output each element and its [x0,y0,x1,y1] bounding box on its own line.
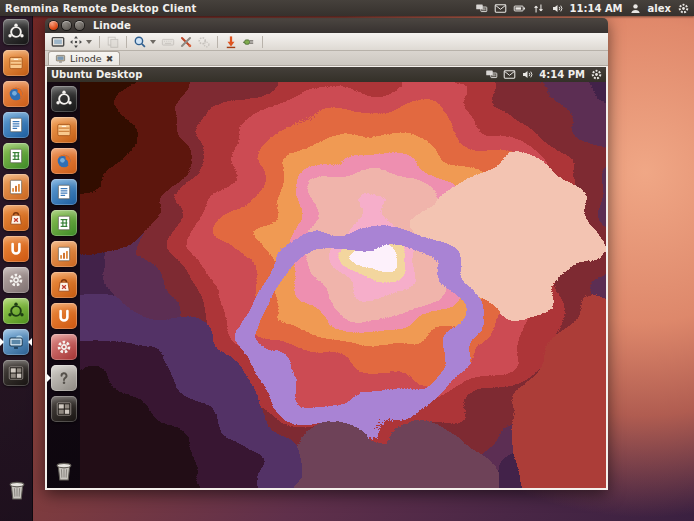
launcher-item-libreoffice-impress[interactable] [3,174,29,200]
remote-wallpaper[interactable] [47,82,606,488]
window-title: Linode [93,20,131,31]
remote-tray-icons [485,68,534,81]
tab-linode[interactable]: Linode ✖ [48,51,120,65]
launcher-item-home-folder[interactable] [51,117,77,143]
mail-icon[interactable] [494,2,507,15]
home-folder-icon [55,121,73,139]
launcher-item-help[interactable] [51,365,77,391]
tab-bar: Linode ✖ [45,51,608,66]
window-maximize-button[interactable] [75,21,84,30]
remote-session-viewport[interactable]: Ubuntu Desktop 4:14 PM [45,66,608,490]
remote-clock[interactable]: 4:14 PM [539,69,585,80]
launcher-item-libreoffice-writer[interactable] [51,179,77,205]
ubuntu-software-center-icon [7,209,25,227]
remote-panel-title: Ubuntu Desktop [51,69,142,80]
launcher-item-dash-home[interactable] [3,19,29,45]
launcher-item-trash[interactable] [4,477,30,503]
running-app-arrow-icon [47,374,51,382]
volume-icon[interactable] [551,2,564,15]
toolbar-screenshot-button[interactable] [222,34,240,50]
system-settings-icon [7,271,25,289]
launcher-item-system-settings[interactable] [51,334,77,360]
firefox-icon [7,85,25,103]
toolbar-fit-window-button[interactable] [67,34,85,50]
remmina-toolbar [45,33,608,51]
launcher-item-workspace-switcher[interactable] [51,396,77,422]
libreoffice-writer-icon [55,183,73,201]
remote-unity-launcher [47,82,80,488]
launcher-item-remmina[interactable] [3,329,29,355]
tab-label: Linode [70,53,102,64]
home-folder-icon [7,54,25,72]
firefox-icon [55,152,73,170]
network-icon[interactable] [475,2,488,15]
toolbar-tools-button[interactable] [195,34,213,50]
volume-icon[interactable] [521,68,534,81]
workspace-switcher-icon [55,400,73,418]
launcher-item-ubuntu-one[interactable] [51,303,77,329]
libreoffice-impress-icon [55,245,73,263]
ubuntu-software-center-icon [55,276,73,294]
remmina-icon [7,333,25,351]
user-icon[interactable] [629,2,642,15]
fit-window-dropdown-caret-icon[interactable] [86,40,92,44]
launcher-item-libreoffice-calc[interactable] [3,143,29,169]
launcher-item-ubuntu-software-center[interactable] [51,272,77,298]
sync-icon[interactable] [532,2,545,15]
launcher-item-firefox[interactable] [51,148,77,174]
window-close-button[interactable] [49,21,58,30]
network-icon[interactable] [485,68,498,81]
toolbar-keyboard-grab-button[interactable] [159,34,177,50]
host-app-title: Remmina Remote Desktop Client [5,3,197,14]
toolbar-scaled-mode-button[interactable] [104,34,122,50]
toolbar-separator [262,36,263,48]
help-icon [55,369,73,387]
remmina-window: Linode Linode ✖ Ubuntu Desktop 4:14 PM [45,18,608,490]
toolbar-separator [99,36,100,48]
launcher-item-libreoffice-calc[interactable] [51,210,77,236]
battery-icon[interactable] [513,2,526,15]
dash-home-icon [55,90,73,108]
launcher-item-libreoffice-writer[interactable] [3,112,29,138]
ubuntu-one-icon [55,307,73,325]
launcher-item-workspace-switcher[interactable] [3,360,29,386]
host-clock[interactable]: 11:14 AM [570,3,623,14]
running-app-arrow-icon [0,338,4,346]
launcher-item-trash[interactable] [51,458,77,484]
launcher-item-firefox[interactable] [3,81,29,107]
launcher-item-system-settings[interactable] [3,267,29,293]
toolbar-separator [217,36,218,48]
ubuntu-one-icon [7,240,25,258]
mail-icon[interactable] [503,68,516,81]
host-tray-icons [475,2,564,15]
launcher-item-dash-home[interactable] [51,86,77,112]
toolbar-separator [126,36,127,48]
launcher-item-ubuntu-software-center[interactable] [3,205,29,231]
launcher-item-ubuntu-green[interactable] [3,298,29,324]
libreoffice-calc-icon [55,214,73,232]
launcher-item-home-folder[interactable] [3,50,29,76]
remote-desktop[interactable] [47,82,606,488]
remote-session-gear-icon[interactable] [590,68,603,81]
window-minimize-button[interactable] [62,21,71,30]
remote-top-panel: Ubuntu Desktop 4:14 PM [47,67,606,82]
launcher-item-ubuntu-one[interactable] [3,236,29,262]
dash-home-icon [7,23,25,41]
toolbar-fullscreen-button[interactable] [49,34,67,50]
toolbar-disconnect-button[interactable] [240,34,258,50]
libreoffice-writer-icon [7,116,25,134]
zoom-dropdown-caret-icon[interactable] [150,40,156,44]
trash-icon [52,459,76,483]
ubuntu-green-icon [7,302,25,320]
remote-indicator-area: 4:14 PM [485,68,603,81]
window-titlebar[interactable]: Linode [45,18,608,33]
launcher-item-libreoffice-impress[interactable] [51,241,77,267]
session-gear-icon[interactable] [677,2,690,15]
monitor-icon [55,53,66,64]
toolbar-zoom-button[interactable] [131,34,149,50]
host-username[interactable]: alex [648,3,671,14]
workspace-switcher-icon [7,364,25,382]
tab-close-icon[interactable]: ✖ [106,54,114,64]
toolbar-preferences-button[interactable] [177,34,195,50]
system-settings-icon [55,338,73,356]
